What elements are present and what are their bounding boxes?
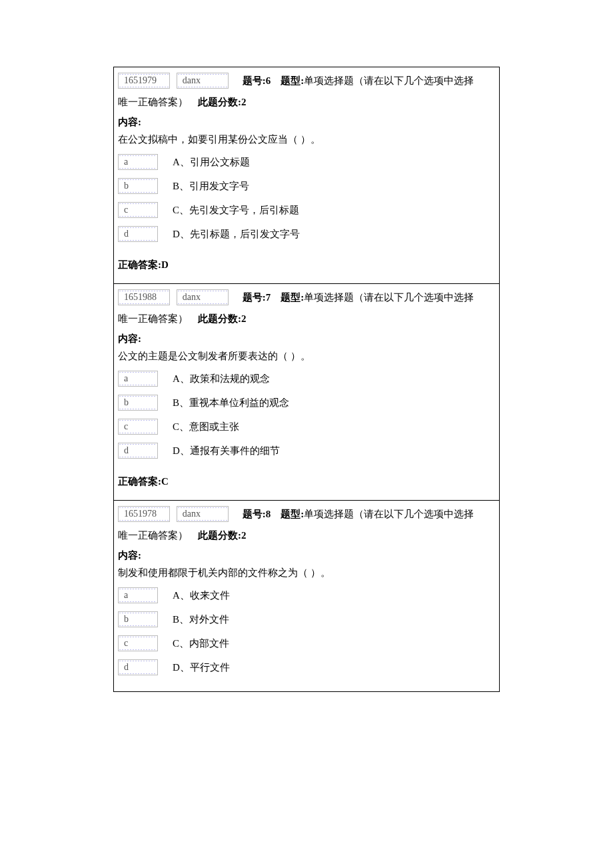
option-row: b B、引用发文字号 <box>118 175 495 197</box>
question-id-field[interactable]: 1651978 <box>118 506 170 522</box>
option-key-field[interactable]: c <box>118 202 158 218</box>
question-type-tail: 唯一正确答案） <box>118 313 188 324</box>
question-type-label: 题型: <box>281 75 304 86</box>
option-key-field[interactable]: d <box>118 659 158 675</box>
option-key-field[interactable]: c <box>118 419 158 435</box>
option-key-field[interactable]: a <box>118 587 158 603</box>
option-key-field[interactable]: a <box>118 371 158 387</box>
option-row: a A、政策和法规的观念 <box>118 368 495 389</box>
question-header: 1651979 danx 题号:6 题型:单项选择题（请在以下几个选项中选择 <box>118 70 495 91</box>
option-text: A、政策和法规的观念 <box>173 371 270 387</box>
question-score-label: 此题分数:2 <box>198 97 247 107</box>
option-text: D、先引标题，后引发文字号 <box>173 226 300 242</box>
option-text: A、引用公文标题 <box>173 154 250 170</box>
question-block: 1651978 danx 题号:8 题型:单项选择题（请在以下几个选项中选择 唯… <box>114 500 499 691</box>
option-row: d D、先引标题，后引发文字号 <box>118 223 495 245</box>
question-body: 制发和使用都限于机关内部的文件称之为（ ）。 <box>118 565 495 581</box>
option-row: a A、引用公文标题 <box>118 151 495 173</box>
option-text: C、先引发文字号，后引标题 <box>173 202 299 218</box>
question-type-label: 题型: <box>281 509 304 519</box>
question-header: 1651978 danx 题号:8 题型:单项选择题（请在以下几个选项中选择 <box>118 503 495 525</box>
question-code-field[interactable]: danx <box>177 506 229 522</box>
question-type-value: 单项选择题（请在以下几个选项中选择 <box>304 509 474 519</box>
option-text: B、对外文件 <box>173 611 229 627</box>
option-text: B、重视本单位利益的观念 <box>173 395 289 411</box>
option-row: a A、收来文件 <box>118 585 495 606</box>
option-text: C、意图或主张 <box>173 419 239 435</box>
question-block: 1651988 danx 题号:7 题型:单项选择题（请在以下几个选项中选择 唯… <box>114 283 499 500</box>
question-code-field[interactable]: danx <box>177 73 229 89</box>
option-row: c C、先引发文字号，后引标题 <box>118 199 495 221</box>
option-text: A、收来文件 <box>173 587 230 603</box>
option-text: D、通报有关事件的细节 <box>173 443 280 459</box>
content-label: 内容: <box>118 331 495 347</box>
option-key-field[interactable]: b <box>118 611 158 627</box>
option-text: D、平行文件 <box>173 659 230 675</box>
question-block: 1651979 danx 题号:6 题型:单项选择题（请在以下几个选项中选择 唯… <box>114 67 499 283</box>
question-id-field[interactable]: 1651988 <box>118 289 170 305</box>
question-type-value: 单项选择题（请在以下几个选项中选择 <box>304 75 474 86</box>
question-number-label: 题号:6 <box>243 75 271 86</box>
content-label: 内容: <box>118 114 495 130</box>
question-score-label: 此题分数:2 <box>198 313 247 324</box>
option-key-field[interactable]: a <box>118 154 158 170</box>
option-row: d D、通报有关事件的细节 <box>118 440 495 461</box>
question-body: 公文的主题是公文制发者所要表达的（ ）。 <box>118 348 495 364</box>
option-key-field[interactable]: c <box>118 635 158 651</box>
option-key-field[interactable]: d <box>118 443 158 459</box>
question-header: 1651988 danx 题号:7 题型:单项选择题（请在以下几个选项中选择 <box>118 287 495 308</box>
question-body: 在公文拟稿中，如要引用某份公文应当（ ）。 <box>118 131 495 147</box>
content-label: 内容: <box>118 547 495 563</box>
question-type-value: 单项选择题（请在以下几个选项中选择 <box>304 292 474 303</box>
correct-answer: 正确答案:C <box>118 473 495 489</box>
option-text: B、引用发文字号 <box>173 178 249 194</box>
option-row: c C、意图或主张 <box>118 416 495 437</box>
option-key-field[interactable]: b <box>118 395 158 411</box>
option-row: b B、对外文件 <box>118 609 495 630</box>
question-code-field[interactable]: danx <box>177 289 229 305</box>
question-number-label: 题号:7 <box>243 292 271 303</box>
question-number-label: 题号:8 <box>243 509 271 519</box>
question-score-label: 此题分数:2 <box>198 530 247 541</box>
option-row: c C、内部文件 <box>118 633 495 654</box>
question-type-tail: 唯一正确答案） <box>118 97 188 107</box>
question-id-field[interactable]: 1651979 <box>118 73 170 89</box>
option-key-field[interactable]: b <box>118 178 158 194</box>
question-type-tail: 唯一正确答案） <box>118 530 188 541</box>
option-text: C、内部文件 <box>173 635 229 651</box>
question-type-label: 题型: <box>281 292 304 303</box>
option-row: d D、平行文件 <box>118 657 495 678</box>
option-key-field[interactable]: d <box>118 226 158 242</box>
option-row: b B、重视本单位利益的观念 <box>118 392 495 413</box>
correct-answer: 正确答案:D <box>118 257 495 273</box>
